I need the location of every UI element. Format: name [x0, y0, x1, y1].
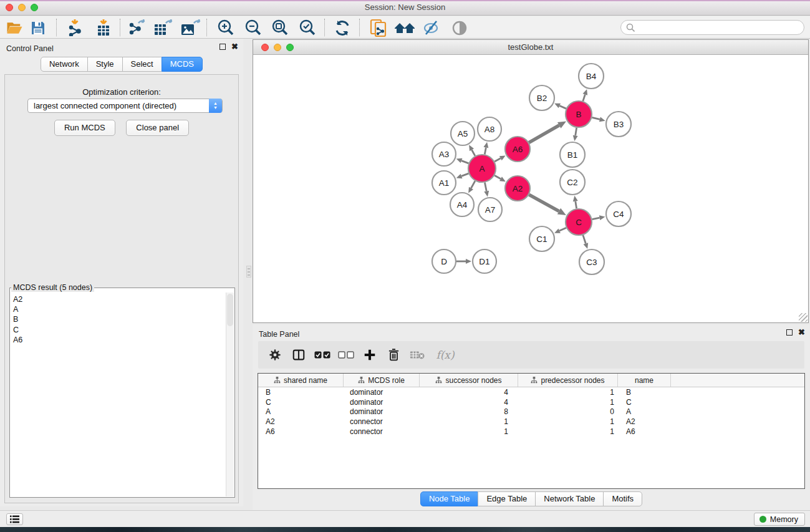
tab-mcds[interactable]: MCDS — [162, 57, 203, 72]
table-cell[interactable]: 1 — [420, 417, 518, 426]
run-mcds-button[interactable]: Run MCDS — [54, 120, 115, 136]
table-row[interactable]: A2connector11A2 — [258, 417, 804, 427]
result-scrollbar[interactable] — [226, 293, 234, 496]
table-cell[interactable]: 1 — [518, 388, 618, 397]
column-header-mcds-role[interactable]: MCDS role — [344, 374, 420, 387]
graph-edge[interactable] — [583, 94, 585, 101]
table-cell[interactable]: A6 — [258, 427, 344, 436]
table-cell[interactable]: connector — [344, 427, 420, 436]
graph-edge[interactable] — [559, 106, 566, 109]
table-cell[interactable]: 0 — [518, 407, 618, 416]
export-image-icon[interactable] — [180, 19, 202, 36]
tab-style[interactable]: Style — [87, 57, 123, 72]
table-cell[interactable]: 4 — [420, 388, 518, 397]
float-panel-icon[interactable] — [219, 44, 226, 50]
select-all-checkboxes-icon[interactable] — [311, 344, 334, 365]
table-cell[interactable]: 1 — [518, 417, 618, 426]
add-column-icon[interactable] — [358, 344, 382, 365]
import-network-icon[interactable] — [65, 19, 85, 36]
table-cell[interactable]: A2 — [258, 417, 344, 426]
close-table-panel-icon[interactable]: ✖ — [798, 329, 805, 336]
close-panel-button[interactable]: Close panel — [126, 120, 189, 136]
table-cell[interactable]: A2 — [618, 417, 671, 426]
table-options-gear-icon[interactable] — [263, 344, 287, 365]
table-cell[interactable]: dominator — [344, 398, 420, 407]
table-cell[interactable]: 4 — [420, 398, 518, 407]
graph-edge[interactable] — [494, 158, 501, 162]
table-row[interactable]: Bdominator41B — [258, 387, 804, 397]
table-cell[interactable]: 1 — [518, 398, 618, 407]
tab-network[interactable]: Network — [41, 57, 88, 72]
result-item[interactable]: A — [13, 304, 226, 314]
graph-edge[interactable] — [583, 235, 586, 244]
result-item[interactable]: A2 — [13, 294, 226, 304]
mcds-result-list[interactable]: A2ABCA6 — [11, 293, 226, 496]
save-session-icon[interactable] — [29, 19, 47, 36]
delete-table-icon[interactable] — [405, 344, 429, 365]
graph-edge[interactable] — [461, 173, 468, 176]
table-cell[interactable]: C — [618, 398, 671, 407]
export-table-icon[interactable] — [153, 19, 174, 36]
window-resize-grip[interactable] — [799, 313, 808, 322]
table-cell[interactable]: A6 — [618, 427, 671, 436]
graph-edge[interactable] — [592, 218, 600, 219]
table-cell[interactable]: C — [258, 398, 344, 407]
column-header-successor-nodes[interactable]: successor nodes — [420, 374, 518, 387]
home-icon[interactable] — [393, 19, 417, 36]
column-header-predecessor-nodes[interactable]: predecessor nodes — [518, 374, 618, 387]
search-input[interactable] — [639, 22, 798, 33]
close-panel-icon[interactable]: ✖ — [231, 44, 238, 50]
graph-edge[interactable] — [559, 228, 566, 231]
table-cell[interactable]: 1 — [518, 427, 618, 436]
table-cell[interactable]: 1 — [420, 427, 518, 436]
graph-edge[interactable] — [529, 125, 559, 143]
tab-edge-table[interactable]: Edge Table — [478, 491, 536, 506]
table-cell[interactable]: connector — [344, 417, 420, 426]
zoom-in-icon[interactable] — [216, 19, 236, 36]
memory-button[interactable]: Memory — [754, 513, 805, 526]
table-cell[interactable]: 8 — [420, 407, 518, 416]
graph-edge[interactable] — [576, 128, 577, 136]
graph-edge[interactable] — [485, 183, 486, 191]
table-cell[interactable]: A — [618, 407, 671, 416]
table-cell[interactable]: dominator — [344, 407, 420, 416]
tab-node-table[interactable]: Node Table — [420, 491, 479, 506]
duplicate-network-icon[interactable] — [368, 19, 389, 36]
graph-edge[interactable] — [592, 117, 600, 119]
graph-edge[interactable] — [576, 201, 577, 209]
task-history-button[interactable] — [6, 513, 23, 525]
import-table-icon[interactable] — [94, 19, 113, 36]
network-canvas[interactable]: AA1A2A3A4A5A6A7A8BB1B2B3B4CC1C2C3C4DD1 — [253, 56, 808, 322]
zoom-selected-icon[interactable] — [297, 19, 317, 36]
open-session-icon[interactable] — [5, 19, 24, 36]
vertical-splitter-handle[interactable] — [246, 266, 251, 278]
network-graph[interactable]: AA1A2A3A4A5A6A7A8BB1B2B3B4CC1C2C3C4DD1 — [253, 56, 808, 322]
show-column-icon[interactable] — [287, 344, 311, 365]
table-cell[interactable]: B — [618, 388, 671, 397]
network-window-titlebar[interactable]: testGlobe.txt — [253, 40, 808, 55]
table-row[interactable]: Adominator80A — [258, 407, 804, 417]
column-header-name[interactable]: name — [618, 374, 671, 387]
tab-select[interactable]: Select — [122, 57, 162, 72]
table-cell[interactable]: A — [258, 407, 344, 416]
deselect-all-checkboxes-icon[interactable] — [334, 344, 358, 365]
graph-edge[interactable] — [494, 175, 501, 179]
tab-motifs[interactable]: Motifs — [603, 491, 642, 506]
column-header-shared-name[interactable]: shared name — [258, 374, 344, 387]
function-builder-icon[interactable]: f(x) — [429, 344, 461, 365]
result-item[interactable]: C — [13, 325, 226, 335]
criterion-dropdown[interactable]: largest connected component (directed) ▲… — [27, 99, 223, 113]
graph-edge[interactable] — [461, 161, 468, 163]
zoom-fit-icon[interactable] — [270, 19, 290, 36]
table-cell[interactable]: B — [258, 388, 344, 397]
hide-annotations-icon[interactable] — [422, 19, 441, 36]
graph-edge[interactable] — [529, 195, 559, 211]
node-table[interactable]: shared name MCDS role successor nodes pr… — [258, 373, 805, 489]
graph-edge[interactable] — [485, 147, 486, 154]
zoom-out-icon[interactable] — [243, 19, 263, 36]
float-table-panel-icon[interactable] — [786, 329, 793, 336]
table-row[interactable]: A6connector11A6 — [258, 427, 804, 437]
result-item[interactable]: B — [13, 314, 226, 324]
graph-edge[interactable] — [472, 150, 475, 156]
graph-edge[interactable] — [471, 181, 475, 188]
